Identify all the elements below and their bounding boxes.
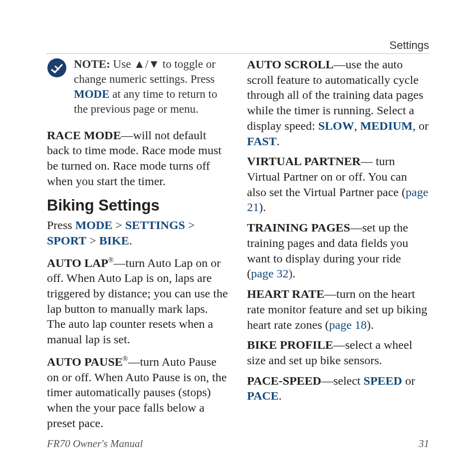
biking-sep1: > <box>112 219 125 232</box>
biking-end: . <box>129 234 132 247</box>
note-mode: MODE <box>74 88 110 100</box>
virtual-partner-label: VIRTUAL PARTNER <box>247 155 361 168</box>
heart-rate-para: HEART RATE—turn on the heart rate monito… <box>247 286 429 332</box>
section-label: Settings <box>47 39 429 52</box>
heart-rate-label: HEART RATE <box>247 287 324 300</box>
bike-profile-label: BIKE PROFILE <box>247 338 333 351</box>
virtual-partner-end: ). <box>259 201 266 214</box>
note-box: NOTE: Use ▲/▼ to toggle or change numeri… <box>47 57 229 117</box>
virtual-partner-para: VIRTUAL PARTNER— turn Virtual Partner on… <box>247 154 429 215</box>
footer-title: FR70 Owner's Manual <box>47 438 143 450</box>
content-columns: NOTE: Use ▲/▼ to toggle or change numeri… <box>47 57 429 438</box>
auto-scroll-comma: , <box>354 119 360 132</box>
page-header: Settings <box>47 39 429 54</box>
auto-pause-reg: ® <box>123 355 128 363</box>
heart-rate-end: ). <box>367 318 374 331</box>
biking-settings-crumb: SETTINGS <box>125 219 185 232</box>
pace-speed-para: PACE-SPEED—select SPEED or PACE. <box>247 373 429 404</box>
biking-press: Press <box>47 219 75 232</box>
biking-sep2: > <box>185 219 195 232</box>
race-mode-para: RACE MODE—will not default back to time … <box>47 128 229 189</box>
pace-speed-pace: PACE <box>247 389 279 402</box>
auto-lap-text: —turn Auto Lap on or off. When Auto Lap … <box>47 256 228 346</box>
header-divider <box>47 53 429 54</box>
biking-bike: BIKE <box>99 234 129 247</box>
training-pages-label: TRAINING PAGES <box>247 221 350 234</box>
auto-pause-label: AUTO PAUSE <box>47 355 123 368</box>
page-footer: FR70 Owner's Manual 31 <box>47 438 429 450</box>
auto-lap-para: AUTO LAP®—turn Auto Lap on or off. When … <box>47 255 229 347</box>
auto-pause-para: AUTO PAUSE®—turn Auto Pause on or off. W… <box>47 354 229 431</box>
left-column: NOTE: Use ▲/▼ to toggle or change numeri… <box>47 57 229 438</box>
pace-speed-label: PACE-SPEED <box>247 374 321 387</box>
auto-scroll-label: AUTO SCROLL <box>247 58 334 71</box>
auto-scroll-para: AUTO SCROLL—use the auto scroll feature … <box>247 57 429 149</box>
note-text: NOTE: Use ▲/▼ to toggle or change numeri… <box>74 57 229 117</box>
auto-scroll-medium: MEDIUM <box>360 119 413 132</box>
biking-sport: SPORT <box>47 234 86 247</box>
bike-profile-para: BIKE PROFILE—select a wheel size and set… <box>247 337 429 368</box>
auto-lap-reg: ® <box>108 256 114 264</box>
auto-scroll-slow: SLOW <box>318 119 354 132</box>
heart-rate-link[interactable]: page 18 <box>329 318 367 331</box>
auto-scroll-end: . <box>277 135 280 148</box>
training-pages-para: TRAINING PAGES—set up the training pages… <box>247 220 429 281</box>
footer-page-number: 31 <box>419 438 429 450</box>
auto-lap-label: AUTO LAP <box>47 256 108 269</box>
biking-settings-heading: Biking Settings <box>47 196 229 216</box>
pace-speed-end: . <box>279 389 282 402</box>
pace-speed-text1: —select <box>321 374 364 387</box>
biking-sep3: > <box>86 234 99 247</box>
auto-scroll-fast: FAST <box>247 135 277 148</box>
note-icon <box>47 58 67 82</box>
note-prefix: NOTE: <box>74 58 110 70</box>
auto-scroll-or: , or <box>413 119 429 132</box>
training-pages-end: . <box>292 267 295 280</box>
pace-speed-or: or <box>402 374 415 387</box>
biking-breadcrumb: Press MODE > SETTINGS > SPORT > BIKE. <box>47 218 229 248</box>
training-pages-link[interactable]: page 32) <box>251 267 292 280</box>
biking-mode: MODE <box>75 219 113 232</box>
race-mode-label: RACE MODE <box>47 129 121 142</box>
pace-speed-speed: SPEED <box>364 374 402 387</box>
right-column: AUTO SCROLL—use the auto scroll feature … <box>247 57 429 438</box>
